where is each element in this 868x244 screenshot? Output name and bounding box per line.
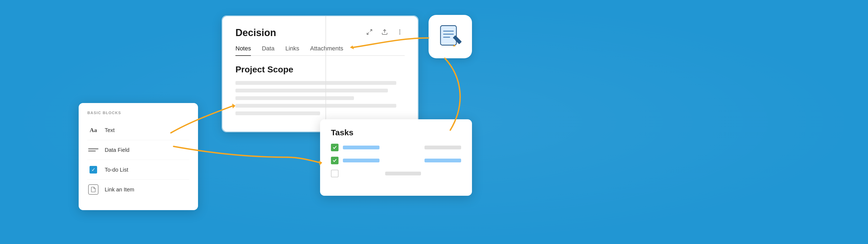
card-header-icons <box>365 27 405 37</box>
text-block-icon: Aa <box>87 124 99 136</box>
svg-line-1 <box>367 33 369 34</box>
task-row-1[interactable] <box>331 144 461 151</box>
svg-rect-6 <box>440 26 457 45</box>
content-line-1 <box>236 81 396 85</box>
task-line-1a <box>343 146 379 149</box>
svg-point-5 <box>399 33 400 34</box>
content-line-3 <box>236 96 354 100</box>
block-item-link[interactable]: Link an Item <box>87 180 189 199</box>
task-checkbox-2[interactable] <box>331 157 339 164</box>
text-block-label: Text <box>105 127 115 133</box>
link-document-icon <box>88 184 98 195</box>
link-block-icon <box>87 184 99 195</box>
tasks-card: Tasks <box>320 119 472 196</box>
tab-data[interactable]: Data <box>262 45 274 55</box>
more-options-icon[interactable] <box>395 27 405 37</box>
task-line-3a <box>385 172 421 175</box>
content-line-2 <box>236 89 388 92</box>
svg-point-4 <box>399 31 400 33</box>
card-tabs: Notes Data Links Attachments <box>236 45 405 56</box>
checkbox-icon: ✓ <box>90 166 97 174</box>
content-line-4 <box>236 104 396 108</box>
task-line-2b <box>425 159 461 162</box>
decision-card: Decision Notes Data Links Att <box>222 16 418 131</box>
svg-point-3 <box>399 30 400 31</box>
block-item-datafield[interactable]: Data Field <box>87 140 189 160</box>
export-icon[interactable] <box>380 27 390 37</box>
aa-icon: Aa <box>90 127 97 134</box>
tab-attachments[interactable]: Attachments <box>310 45 343 55</box>
task-row-3[interactable] <box>331 170 461 177</box>
task-checkbox-1[interactable] <box>331 144 339 151</box>
block-item-todo[interactable]: ✓ To-do List <box>87 160 189 180</box>
tab-links[interactable]: Links <box>285 45 299 55</box>
datafield-lines-icon <box>88 148 98 152</box>
task-line-2a <box>343 159 379 162</box>
blocks-section-label: Basic Blocks <box>87 111 189 115</box>
notes-icon-container[interactable] <box>429 15 472 58</box>
blocks-card: Basic Blocks Aa Text Data Field ✓ To-do … <box>79 103 198 210</box>
content-lines <box>236 81 405 115</box>
task-row-2[interactable] <box>331 157 461 164</box>
block-item-text[interactable]: Aa Text <box>87 120 189 140</box>
task-checkbox-3[interactable] <box>331 170 339 177</box>
content-line-5 <box>236 112 320 115</box>
todo-block-icon: ✓ <box>87 164 99 176</box>
notes-document-icon <box>438 24 463 49</box>
task-line-1b <box>425 146 461 149</box>
expand-icon[interactable] <box>365 27 374 37</box>
project-scope-title: Project Scope <box>236 64 405 74</box>
datafield-block-icon <box>87 144 99 156</box>
tab-notes[interactable]: Notes <box>236 45 251 55</box>
tasks-title: Tasks <box>331 128 461 137</box>
card-divider <box>326 16 326 131</box>
datafield-block-label: Data Field <box>105 147 129 153</box>
link-block-label: Link an Item <box>105 186 134 193</box>
svg-line-0 <box>370 30 372 31</box>
todo-block-label: To-do List <box>105 167 128 173</box>
